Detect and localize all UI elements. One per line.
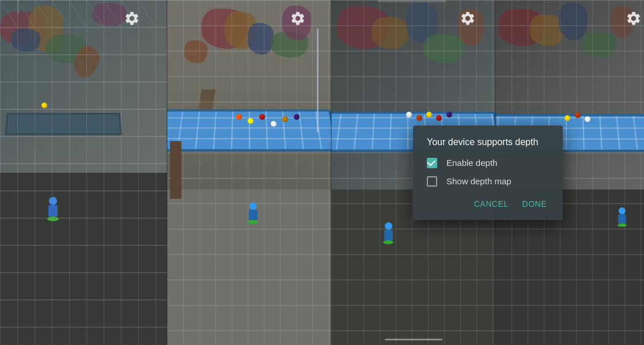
gear-icon-middle[interactable] [290, 10, 306, 26]
gear-icon-far-right[interactable] [626, 10, 642, 26]
dialog-box: Your device supports depth Enable depth … [413, 126, 563, 220]
enable-depth-label: Enable depth [446, 158, 497, 168]
dialog-overlay: Your device supports depth Enable depth … [413, 126, 563, 220]
divider-1 [166, 0, 168, 345]
gear-icon-right-center[interactable] [460, 10, 476, 26]
panel-left [0, 0, 167, 345]
show-depth-map-option[interactable]: Show depth map [427, 176, 549, 187]
dialog-title: Your device supports depth [427, 137, 549, 147]
enable-depth-checkbox[interactable] [427, 158, 437, 168]
show-depth-map-label: Show depth map [446, 176, 512, 186]
done-button[interactable]: DONE [520, 195, 549, 213]
enable-depth-option[interactable]: Enable depth [427, 158, 549, 168]
cancel-button[interactable]: CANCEL [472, 195, 511, 213]
dialog-buttons: CANCEL DONE [427, 195, 549, 213]
panel-middle [167, 0, 331, 345]
divider-2 [331, 0, 332, 345]
show-depth-map-checkbox[interactable] [427, 176, 437, 187]
gear-icon-left[interactable] [124, 10, 140, 26]
